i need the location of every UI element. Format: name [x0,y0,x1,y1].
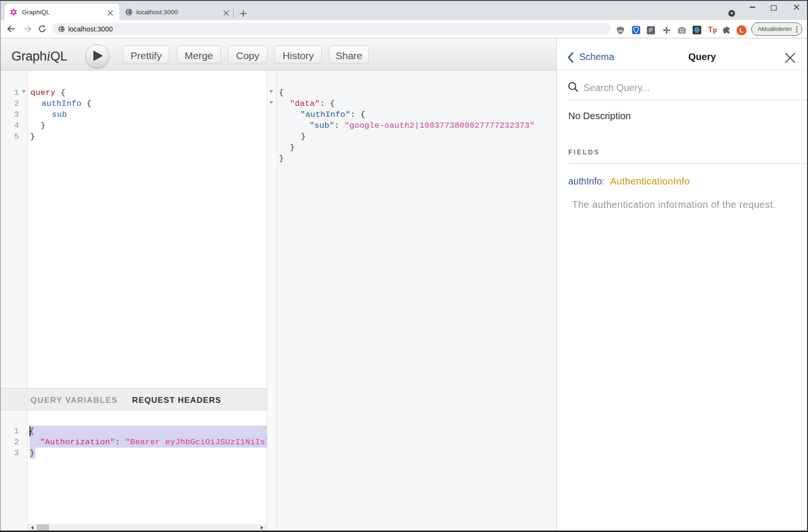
svg-text:uo: uo [618,29,623,32]
